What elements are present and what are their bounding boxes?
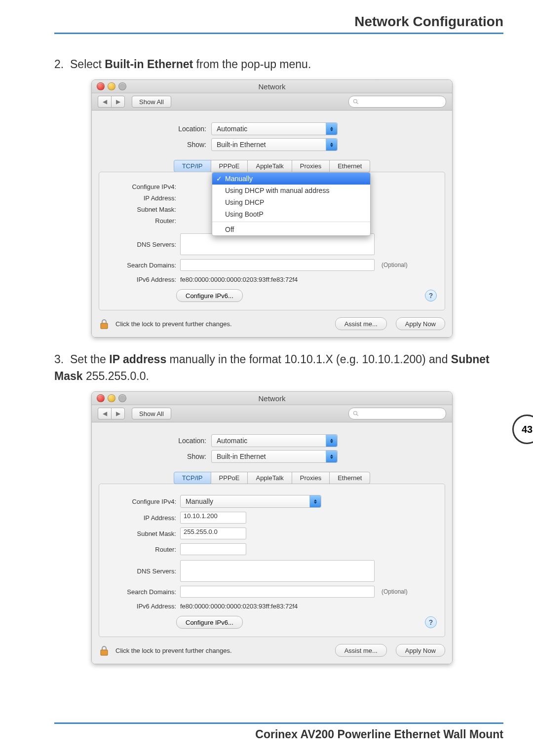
configure-ipv6-button[interactable]: Configure IPv6... xyxy=(176,289,243,302)
network-window-2: Network ◀ ▶ Show All Location: Automatic xyxy=(91,391,453,664)
subnet-mask-label: Subnet Mask: xyxy=(107,206,180,213)
menu-separator xyxy=(212,222,370,222)
optional-label: (Optional) xyxy=(381,588,408,595)
router-field[interactable] xyxy=(180,543,246,555)
window-title: Network xyxy=(92,82,452,91)
configure-ipv4-menu: Manually Using DHCP with manual address … xyxy=(212,172,371,236)
tab-bar: TCP/IP PPPoE AppleTalk Proxies Ethernet xyxy=(99,160,445,172)
chevron-updown-icon xyxy=(326,139,337,151)
location-label: Location: xyxy=(99,125,211,133)
ipv6-address-label: IPv6 Address: xyxy=(107,603,180,610)
step-2: 2.Select Built-in Ethernet from the pop-… xyxy=(54,56,503,73)
show-select[interactable]: Built-in Ethernet xyxy=(211,450,338,463)
ip-address-label: IP Address: xyxy=(107,514,180,522)
network-window-1: Network ◀ ▶ Show All Location: Automatic xyxy=(91,79,453,338)
tab-appletalk[interactable]: AppleTalk xyxy=(247,160,292,172)
show-all-button[interactable]: Show All xyxy=(132,408,171,419)
ip-address-label: IP Address: xyxy=(107,194,180,202)
search-input[interactable] xyxy=(348,408,446,419)
configure-ipv4-select[interactable]: Manually xyxy=(180,495,321,508)
titlebar: Network xyxy=(92,80,452,93)
apply-now-button[interactable]: Apply Now xyxy=(396,644,445,657)
location-select[interactable]: Automatic xyxy=(211,434,338,447)
search-domains-field[interactable] xyxy=(180,586,375,598)
lock-icon[interactable] xyxy=(99,644,110,656)
chevron-updown-icon xyxy=(326,123,337,135)
footer: Corinex AV200 Powerline Ethernet Wall Mo… xyxy=(54,722,503,741)
help-button[interactable]: ? xyxy=(425,616,437,628)
show-label: Show: xyxy=(99,453,211,460)
assist-me-button[interactable]: Assist me... xyxy=(335,644,387,657)
subnet-mask-label: Subnet Mask: xyxy=(107,530,180,537)
forward-button[interactable]: ▶ xyxy=(111,408,125,419)
back-button[interactable]: ◀ xyxy=(98,408,111,419)
page-number-badge: 43 xyxy=(503,415,533,450)
dns-servers-field[interactable] xyxy=(180,233,375,255)
svg-rect-2 xyxy=(101,323,108,329)
tab-tcpip[interactable]: TCP/IP xyxy=(174,160,211,172)
page-title: Network Configuration xyxy=(54,14,503,34)
chevron-updown-icon xyxy=(326,435,337,447)
tab-tcpip[interactable]: TCP/IP xyxy=(174,472,211,484)
optional-label: (Optional) xyxy=(381,262,408,268)
search-icon xyxy=(353,99,359,105)
lock-icon[interactable] xyxy=(99,318,110,330)
subnet-mask-field[interactable]: 255.255.0.0 xyxy=(180,528,246,539)
ip-address-field[interactable]: 10.10.1.200 xyxy=(180,512,246,524)
search-icon xyxy=(353,411,359,416)
svg-point-3 xyxy=(354,412,357,415)
search-input[interactable] xyxy=(348,96,446,108)
lock-text: Click the lock to prevent further change… xyxy=(115,320,232,328)
menu-item-manually[interactable]: Manually xyxy=(212,173,370,185)
forward-button[interactable]: ▶ xyxy=(111,96,125,108)
back-button[interactable]: ◀ xyxy=(98,96,111,108)
search-domains-label: Search Domains: xyxy=(107,262,180,269)
step-3: 3.Set the IP address manually in the for… xyxy=(54,351,503,384)
configure-ipv6-button[interactable]: Configure IPv6... xyxy=(176,616,243,629)
dns-servers-label: DNS Servers: xyxy=(107,241,180,248)
menu-item-dhcp[interactable]: Using DHCP xyxy=(212,196,370,208)
tab-pppoe[interactable]: PPPoE xyxy=(211,160,248,172)
search-domains-field[interactable] xyxy=(180,259,375,271)
tab-bar: TCP/IP PPPoE AppleTalk Proxies Ethernet xyxy=(99,472,445,484)
chevron-updown-icon xyxy=(326,451,337,462)
dns-servers-label: DNS Servers: xyxy=(107,567,180,575)
tab-proxies[interactable]: Proxies xyxy=(292,160,330,172)
ipv6-address-value: fe80:0000:0000:0000:0203:93ff:fe83:72f4 xyxy=(180,276,298,283)
svg-line-1 xyxy=(357,103,358,104)
help-button[interactable]: ? xyxy=(425,290,437,302)
ipv6-address-value: fe80:0000:0000:0000:0203:93ff:fe83:72f4 xyxy=(180,603,298,610)
router-label: Router: xyxy=(107,546,180,553)
ipv6-address-label: IPv6 Address: xyxy=(107,276,180,283)
svg-rect-5 xyxy=(101,650,108,655)
dns-servers-field[interactable] xyxy=(180,560,375,582)
location-select[interactable]: Automatic xyxy=(211,122,338,135)
toolbar: ◀ ▶ Show All xyxy=(92,405,452,422)
apply-now-button[interactable]: Apply Now xyxy=(396,317,445,330)
menu-item-off[interactable]: Off xyxy=(212,224,370,235)
assist-me-button[interactable]: Assist me... xyxy=(335,317,387,330)
configure-ipv4-label: Configure IPv4: xyxy=(107,498,180,505)
tab-ethernet[interactable]: Ethernet xyxy=(329,472,370,484)
location-label: Location: xyxy=(99,437,211,445)
titlebar: Network xyxy=(92,392,452,405)
tab-appletalk[interactable]: AppleTalk xyxy=(247,472,292,484)
tab-pppoe[interactable]: PPPoE xyxy=(211,472,248,484)
chevron-updown-icon xyxy=(309,495,321,507)
router-label: Router: xyxy=(107,217,180,225)
menu-item-bootp[interactable]: Using BootP xyxy=(212,208,370,220)
show-all-button[interactable]: Show All xyxy=(132,96,171,108)
show-select[interactable]: Built-in Ethernet xyxy=(211,138,338,151)
search-domains-label: Search Domains: xyxy=(107,588,180,596)
svg-line-4 xyxy=(357,415,358,416)
tab-proxies[interactable]: Proxies xyxy=(292,472,330,484)
svg-point-0 xyxy=(354,100,357,103)
menu-item-dhcp-manual[interactable]: Using DHCP with manual address xyxy=(212,185,370,196)
show-label: Show: xyxy=(99,141,211,149)
lock-text: Click the lock to prevent further change… xyxy=(115,647,232,654)
toolbar: ◀ ▶ Show All xyxy=(92,93,452,111)
configure-ipv4-label: Configure IPv4: xyxy=(107,183,180,190)
window-title: Network xyxy=(92,394,452,403)
tab-ethernet[interactable]: Ethernet xyxy=(329,160,370,172)
